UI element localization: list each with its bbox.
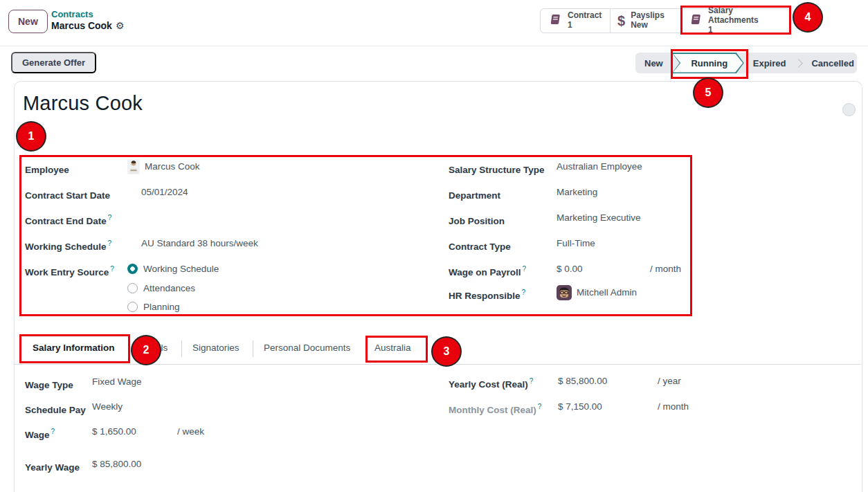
stage-running-active[interactable]: Running: [672, 53, 744, 73]
field-value-yearly-wage: $ 85,800.00: [92, 457, 141, 471]
field-label: HR Responsible?: [449, 286, 557, 303]
field-unit: / month: [658, 400, 689, 414]
generate-offer-button[interactable]: Generate Offer: [11, 52, 96, 73]
breadcrumb-parent-link[interactable]: Contracts: [51, 9, 124, 20]
tabs-bottom-border: [15, 364, 860, 365]
breadcrumb-current: Marcus Cook: [51, 20, 112, 31]
field-label: Wage on Payroll?: [449, 262, 557, 280]
stat-label: Salary Attachments: [708, 6, 784, 26]
radio-planning[interactable]: [127, 302, 138, 312]
annotation-marker-3: 3: [433, 338, 460, 365]
field-contract-start-date: Contract Start Date 05/01/2024: [25, 185, 188, 203]
field-label: Wage Type: [25, 375, 92, 392]
radio-label-planning[interactable]: Planning: [143, 300, 180, 314]
field-label: Employee: [25, 160, 127, 177]
stat-button-payslips[interactable]: $ Payslips New: [610, 9, 680, 33]
field-label: Department: [449, 185, 557, 203]
field-yearly-wage: Yearly Wage $ 85,800.00: [25, 457, 141, 475]
field-value-monthly-cost[interactable]: $ 7,150.00: [558, 400, 658, 414]
field-job-position: Job Position Marketing Executive: [449, 211, 641, 228]
annotation-marker-5: 5: [694, 79, 722, 107]
field-label: Salary Structure Type: [449, 160, 557, 177]
field-wage-on-payroll: Wage on Payroll? $ 0.00 / month: [449, 262, 681, 280]
field-value-job-position[interactable]: Marketing Executive: [557, 211, 641, 225]
radio-working-schedule[interactable]: [127, 264, 138, 274]
field-label: Yearly Wage: [25, 457, 92, 475]
stage-new[interactable]: New: [635, 58, 672, 69]
tab-divider: [366, 340, 367, 357]
field-monthly-cost-real: Monthly Cost (Real)? $ 7,150.00 / month: [449, 400, 689, 417]
annotation-marker-2: 2: [132, 336, 160, 364]
field-value-wage-on-payroll[interactable]: $ 0.00: [557, 262, 650, 276]
radio-label-attendances[interactable]: Attendances: [143, 282, 195, 295]
journal-icon: [548, 12, 562, 29]
hr-responsible-avatar: [557, 285, 572, 304]
field-value-start-date[interactable]: 05/01/2024: [141, 185, 188, 199]
field-unit: / week: [177, 425, 204, 439]
field-value-employee[interactable]: Marcus Cook: [145, 160, 200, 174]
field-value-hr-responsible[interactable]: Mitchell Admin: [577, 286, 637, 300]
field-value-contract-type[interactable]: Full-Time: [557, 237, 595, 250]
field-working-schedule: Working Schedule? AU Standard 38 hours/w…: [25, 237, 258, 254]
field-label: Monthly Cost (Real)?: [449, 400, 558, 417]
stat-value: 1: [568, 21, 602, 30]
field-contract-end-date: Contract End Date?: [25, 211, 141, 228]
field-yearly-cost-real: Yearly Cost (Real)? $ 85,800.00 / year: [449, 374, 681, 392]
tab-australia[interactable]: Australia: [374, 343, 411, 353]
field-schedule-pay: Schedule Pay Weekly: [25, 400, 123, 417]
journal-icon: [688, 12, 703, 29]
record-image-placeholder[interactable]: [842, 103, 856, 116]
field-label: Working Schedule?: [25, 237, 127, 254]
field-contract-type: Contract Type Full-Time: [449, 237, 595, 254]
field-work-entry-source-opt2: Attendances: [25, 282, 195, 295]
field-label: Yearly Cost (Real)?: [449, 374, 558, 392]
field-value-wage-type[interactable]: Fixed Wage: [92, 375, 142, 389]
stat-button-contract[interactable]: Contract 1: [541, 9, 610, 33]
field-department: Department Marketing: [449, 185, 597, 203]
tab-divider: [181, 340, 182, 357]
field-value-salary-structure[interactable]: Australian Employee: [557, 160, 642, 174]
field-label: Contract Type: [449, 237, 557, 254]
new-button[interactable]: New: [8, 10, 48, 33]
radio-label-working-schedule[interactable]: Working Schedule: [143, 262, 219, 276]
dollar-icon: $: [617, 13, 625, 29]
field-unit: / month: [650, 262, 681, 276]
field-label: Work Entry Source?: [25, 262, 127, 280]
annotation-marker-1: 1: [17, 122, 45, 150]
tab-signatories[interactable]: Signatories: [192, 343, 239, 353]
stat-label: Payslips: [631, 11, 664, 21]
stat-button-salary-attachments[interactable]: Salary Attachments 1: [680, 9, 790, 33]
annotation-marker-4: 4: [794, 3, 822, 31]
field-wage-type: Wage Type Fixed Wage: [25, 375, 142, 392]
chevron-right-icon: [795, 59, 804, 68]
stat-button-group: Contract 1 $ Payslips New Salary Attachm…: [540, 8, 791, 33]
stat-label: Contract: [568, 11, 602, 21]
radio-attendances[interactable]: [127, 283, 138, 293]
stage-cancelled[interactable]: Cancelled: [802, 58, 862, 69]
field-unit: / year: [658, 374, 681, 388]
stat-value: New: [631, 21, 664, 30]
employee-avatar: [127, 159, 140, 179]
gear-icon[interactable]: ⚙: [116, 20, 125, 31]
stat-value: 1: [708, 26, 784, 35]
field-value-yearly-cost[interactable]: $ 85,800.00: [558, 374, 658, 388]
tab-divider: [253, 340, 253, 357]
contract-statusbar: New Running Expired Cancelled: [635, 53, 857, 73]
breadcrumb: Contracts Marcus Cook⚙: [51, 9, 124, 33]
field-value-wage[interactable]: $ 1,650.00: [92, 425, 177, 439]
field-value-schedule-pay[interactable]: Weekly: [92, 400, 123, 414]
field-work-entry-source: Work Entry Source? Working Schedule: [25, 262, 219, 280]
field-value-department[interactable]: Marketing: [557, 185, 597, 199]
field-label: Schedule Pay: [25, 400, 92, 417]
tab-personal-documents[interactable]: Personal Documents: [264, 343, 350, 353]
field-wage: Wage? $ 1,650.00 / week: [25, 425, 204, 442]
field-employee: Employee Marcus Cook: [25, 160, 200, 179]
field-hr-responsible: HR Responsible? Mitchell Admin: [449, 286, 637, 305]
field-salary-structure-type: Salary Structure Type Australian Employe…: [449, 160, 642, 177]
field-value-working-schedule[interactable]: AU Standard 38 hours/week: [141, 237, 258, 250]
stage-expired[interactable]: Expired: [744, 58, 795, 69]
field-label: Wage?: [25, 425, 92, 442]
field-label: Contract End Date?: [25, 211, 127, 228]
field-label: Contract Start Date: [25, 185, 127, 203]
tab-salary-information[interactable]: Salary Information: [33, 343, 115, 353]
